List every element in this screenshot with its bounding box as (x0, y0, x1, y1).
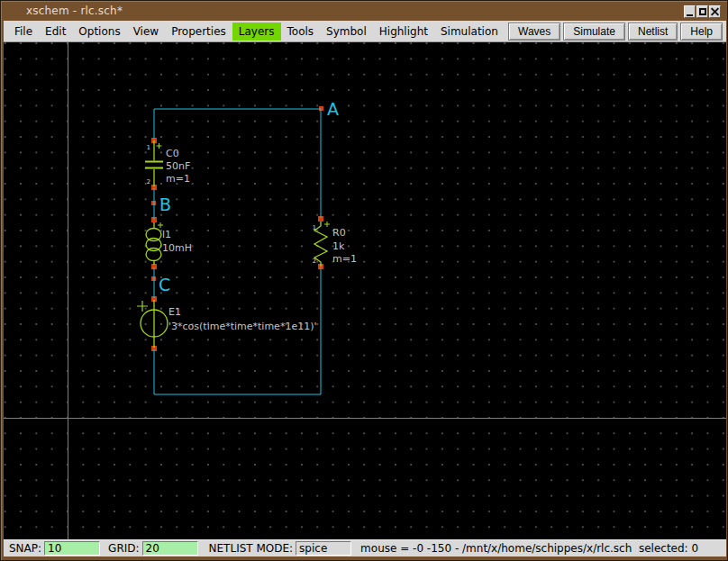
net-label-c[interactable]: C (159, 275, 170, 294)
source-plus-mark (137, 301, 148, 312)
window-title: xschem - rlc.sch* (26, 5, 123, 17)
source-value: '3*cos(time*time*time*1e11)' (168, 321, 316, 332)
grid-label: GRID: (108, 542, 139, 555)
component-capacitor[interactable]: 1 2 C0 50nF m=1 (145, 140, 190, 186)
menu-item-symbol[interactable]: Symbol (320, 23, 373, 41)
close-button[interactable] (709, 5, 721, 18)
netlist-mode-input[interactable] (296, 541, 351, 556)
component-inductor[interactable]: l1 10mH (146, 222, 192, 265)
net-labels: A B C (159, 99, 339, 294)
netlist-mode-label: NETLIST MODE: (209, 542, 294, 555)
capacitor-value: 50nF (166, 160, 190, 172)
waves-button[interactable]: Waves (508, 23, 560, 41)
titlebar[interactable]: xschem - rlc.sch* (1, 1, 727, 21)
netlist-button[interactable]: Netlist (628, 23, 678, 41)
menu-item-file[interactable]: File (8, 23, 39, 41)
statusbar: SNAP: GRID: NETLIST MODE: mouse = -0 -15… (4, 539, 726, 556)
menu-item-view[interactable]: View (127, 23, 165, 41)
capacitor-pin2-number: 2 (147, 178, 150, 185)
capacitor-ref: C0 (166, 148, 179, 159)
circuit-drawing: 1 2 C0 50nF m=1 l1 10mH (4, 42, 726, 539)
simulate-button[interactable]: Simulate (563, 23, 625, 41)
window-controls (684, 5, 721, 18)
capacitor-pin1-number: 1 (147, 144, 150, 151)
help-button[interactable]: Help (680, 23, 723, 41)
resistor-value: 1k (332, 240, 345, 252)
menu-item-layers[interactable]: Layers (232, 23, 281, 41)
minimize-button[interactable] (684, 5, 696, 18)
resistor-ref: R0 (332, 227, 346, 239)
schematic-canvas[interactable]: 1 2 C0 50nF m=1 l1 10mH (4, 42, 726, 539)
resistor-param: m=1 (332, 253, 357, 265)
component-voltage-source[interactable]: E1 '3*cos(time*time*time*1e11)' (137, 300, 316, 348)
menu-item-highlight[interactable]: Highlight (373, 23, 434, 41)
component-resistor[interactable]: 1 2 R0 1k m=1 (313, 222, 357, 267)
net-label-a[interactable]: A (327, 99, 339, 119)
xschem-window: xschem - rlc.sch* File Edit Options View… (0, 0, 728, 561)
snap-input[interactable] (44, 541, 100, 556)
close-icon (711, 8, 719, 16)
resistor-pin1-number: 1 (313, 224, 316, 231)
resistor-pin2-number: 2 (313, 258, 316, 265)
source-ref: E1 (168, 306, 181, 318)
capacitor-param: m=1 (166, 173, 190, 185)
grid-input[interactable] (142, 541, 198, 556)
maximize-button[interactable] (696, 5, 708, 18)
menubar: File Edit Options View Properties Layers… (4, 21, 726, 42)
inductor-value: 10mH (162, 242, 192, 254)
snap-label: SNAP: (9, 542, 41, 555)
menu-item-properties[interactable]: Properties (165, 23, 232, 41)
menu-item-options[interactable]: Options (72, 23, 126, 41)
net-label-b[interactable]: B (159, 195, 171, 214)
menu-item-tools[interactable]: Tools (281, 23, 321, 41)
resistor-plus-mark (324, 222, 330, 227)
menu-item-simulation[interactable]: Simulation (434, 23, 505, 41)
minimize-icon (687, 14, 693, 16)
inductor-ref: l1 (162, 229, 171, 240)
inductor-plus-mark (158, 222, 163, 228)
menu-item-edit[interactable]: Edit (39, 23, 72, 41)
maximize-icon (699, 8, 706, 15)
mouse-status-text: mouse = -0 -150 - /mnt/x/home/schippes/x… (360, 542, 698, 555)
capacitor-plus-mark (157, 143, 162, 149)
